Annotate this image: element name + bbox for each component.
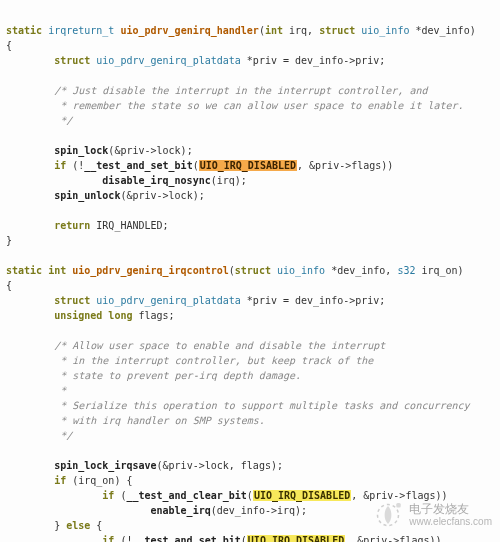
svg-rect-1 [396, 503, 401, 508]
watermark-text: 电子发烧友 www.elecfans.com [409, 502, 492, 528]
comment: * remember the state so we can allow use… [6, 100, 464, 111]
comment: /* Just disable the interrupt in the int… [54, 85, 427, 96]
watermark-url: www.elecfans.com [409, 516, 492, 528]
call-spinunlock: spin_unlock [54, 190, 120, 201]
elecfans-logo-icon [373, 500, 403, 530]
code-block: static irqreturn_t uio_pdrv_genirq_handl… [0, 0, 500, 542]
call-spinlock: spin_lock [54, 145, 108, 156]
watermark-cn: 电子发烧友 [409, 502, 492, 516]
function-name: uio_pdrv_genirq_handler [120, 25, 258, 36]
highlight-uio-irq-disabled: UIO_IRQ_DISABLED [199, 160, 297, 171]
watermark: 电子发烧友 www.elecfans.com [373, 500, 492, 530]
type: irqreturn_t [48, 25, 114, 36]
keyword: static [6, 25, 42, 36]
comment: */ [6, 115, 72, 126]
highlight-uio-irq-disabled: UIO_IRQ_DISABLED [247, 535, 345, 542]
function-name: uio_pdrv_genirq_irqcontrol [72, 265, 229, 276]
highlight-uio-irq-disabled: UIO_IRQ_DISABLED [253, 490, 351, 501]
comment: /* Allow user space to enable and disabl… [54, 340, 385, 351]
